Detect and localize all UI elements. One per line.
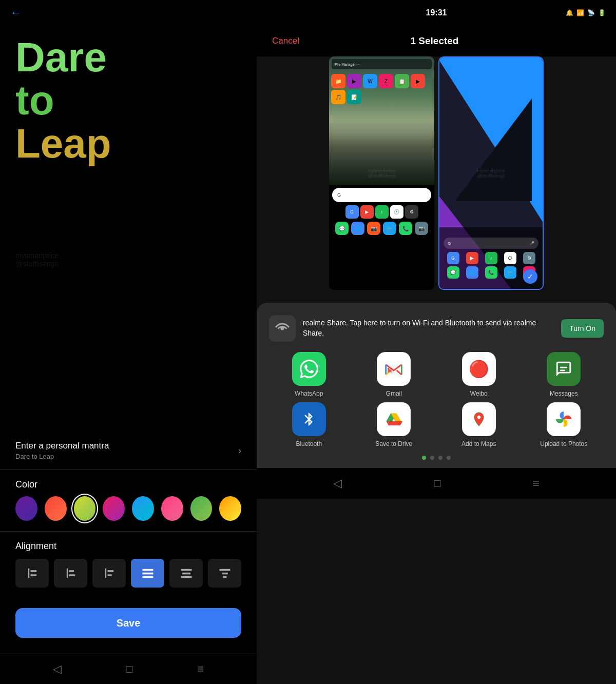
svg-rect-12 — [181, 569, 191, 571]
svg-rect-0 — [28, 569, 29, 578]
geo-background: G 🎤 G ▶ ♪ ⏱ ⚙ 💬 🌐 📞 — [439, 57, 543, 289]
align-btn-1[interactable] — [15, 559, 49, 588]
share-gmail[interactable]: M Gmail — [354, 352, 434, 397]
svg-rect-20 — [560, 367, 567, 368]
battery-icon: 🔋 — [598, 9, 606, 16]
weibo-label: Weibo — [470, 390, 488, 397]
color-row — [0, 496, 257, 532]
screenshot-2[interactable]: G 🎤 G ▶ ♪ ⏱ ⚙ 💬 🌐 📞 — [438, 56, 544, 290]
color-blue-cyan[interactable] — [132, 496, 154, 521]
watermark-left: mysmartprice @stufflistings — [15, 251, 59, 268]
left-nav-bar: ◁ □ ≡ — [0, 653, 257, 684]
realme-share-icon — [269, 315, 296, 342]
share-messages[interactable]: Messages — [524, 352, 604, 397]
svg-rect-4 — [69, 570, 73, 572]
svg-rect-14 — [181, 576, 191, 578]
bell-icon: 🔔 — [566, 9, 573, 16]
svg-rect-6 — [105, 569, 106, 578]
realme-share-text: realme Share. Tap here to turn on Wi-Fi … — [303, 318, 554, 338]
svg-rect-13 — [182, 573, 190, 575]
share-weibo[interactable]: 🔴 Weibo — [439, 352, 519, 397]
dot-1 — [422, 456, 426, 460]
nav-back-icon[interactable]: ◁ — [53, 662, 62, 676]
weibo-icon: 🔴 — [462, 352, 496, 386]
share-drive[interactable]: Save to Drive — [354, 402, 434, 447]
share-photos[interactable]: Upload to Photos — [524, 402, 604, 447]
share-sheet: realme Share. Tap here to turn on Wi-Fi … — [257, 303, 616, 468]
city-background: File Manager ··· 📁 ▶ W Z 📋 ▶ 🎵 📝 — [329, 56, 434, 185]
wifi-icon: 📶 — [576, 9, 584, 16]
messages-label: Messages — [550, 390, 578, 397]
color-orange[interactable] — [219, 496, 241, 521]
right-nav-menu-icon[interactable]: ≡ — [533, 477, 540, 490]
save-button[interactable]: Save — [15, 608, 241, 638]
color-hot-pink[interactable] — [161, 496, 183, 521]
dare-to-leap-heading: Dare to Leap — [0, 26, 257, 432]
align-btn-4[interactable] — [131, 559, 164, 588]
screenshot-1[interactable]: File Manager ··· 📁 ▶ W Z 📋 ▶ 🎵 📝 — [329, 56, 434, 290]
svg-rect-16 — [222, 573, 228, 575]
leap-word: Leap — [15, 122, 241, 165]
left-panel: ← Dare to Leap mysmartprice @stufflistin… — [0, 0, 257, 684]
share-bluetooth[interactable]: Bluetooth — [269, 402, 349, 447]
mantra-row[interactable]: Enter a personal mantra Dare to Leap › — [0, 432, 257, 470]
color-yellow-green[interactable] — [74, 496, 96, 521]
share-maps[interactable]: Add to Maps — [439, 402, 519, 447]
nav-menu-icon[interactable]: ≡ — [197, 662, 204, 676]
svg-rect-5 — [69, 574, 75, 576]
messages-icon — [547, 352, 581, 386]
pagination-dots — [269, 456, 604, 460]
dot-3 — [438, 456, 442, 460]
save-button-container: Save — [0, 598, 257, 653]
alignment-section: Alignment — [0, 532, 257, 598]
photos-icon — [547, 402, 581, 436]
apps-bottom: G G ▶ ♪ 🕐 ⚙ 💬 🌐 📷 🐦 📞 — [329, 185, 434, 290]
drive-icon — [377, 402, 411, 436]
dot-2 — [430, 456, 434, 460]
svg-text:M: M — [388, 367, 393, 374]
color-pink-purple[interactable] — [103, 496, 125, 521]
drive-label: Save to Drive — [375, 440, 412, 447]
alignment-label: Alignment — [15, 541, 241, 552]
dot-4 — [447, 456, 451, 460]
realme-share-row: realme Share. Tap here to turn on Wi-Fi … — [269, 315, 604, 342]
cancel-button[interactable]: Cancel — [272, 36, 299, 46]
svg-rect-1 — [30, 570, 36, 572]
color-red-orange[interactable] — [45, 496, 67, 521]
signal-icon: 📡 — [587, 9, 595, 16]
alignment-buttons — [15, 559, 241, 588]
whatsapp-label: WhatsApp — [295, 390, 323, 397]
dare-word: Dare — [15, 36, 241, 79]
align-btn-3[interactable] — [92, 559, 126, 588]
left-status-bar: ← — [0, 0, 257, 26]
color-section-label: Color — [0, 470, 257, 496]
turn-on-button[interactable]: Turn On — [561, 319, 604, 338]
svg-rect-2 — [30, 574, 36, 576]
right-nav-bar: ◁ □ ≡ — [257, 468, 616, 499]
share-whatsapp[interactable]: WhatsApp — [269, 352, 349, 397]
mantra-value: Dare to Leap — [15, 453, 109, 460]
align-btn-5[interactable] — [169, 559, 203, 588]
align-btn-2[interactable] — [54, 559, 87, 588]
selected-count: 1 Selected — [410, 35, 458, 47]
right-nav-back-icon[interactable]: ◁ — [333, 477, 342, 490]
svg-rect-21 — [560, 369, 565, 371]
status-icons: 🔔 📶 📡 🔋 — [566, 9, 606, 16]
screenshots-area: File Manager ··· 📁 ▶ W Z 📋 ▶ 🎵 📝 — [257, 56, 616, 303]
svg-rect-17 — [223, 576, 226, 578]
color-green[interactable] — [190, 496, 213, 521]
selection-check: ✓ — [523, 269, 537, 284]
svg-rect-9 — [142, 569, 153, 571]
right-status-bar: 19:31 🔔 📶 📡 🔋 — [257, 0, 616, 26]
right-nav-home-icon[interactable]: □ — [434, 477, 440, 490]
svg-rect-10 — [142, 573, 153, 575]
photos-label: Upload to Photos — [540, 440, 587, 447]
mantra-label: Enter a personal mantra — [15, 441, 109, 451]
maps-icon — [462, 402, 496, 436]
svg-rect-7 — [107, 570, 113, 572]
color-purple[interactable] — [15, 496, 37, 521]
align-btn-6[interactable] — [208, 559, 241, 588]
chevron-right-icon: › — [238, 445, 241, 456]
back-button[interactable]: ← — [10, 6, 22, 19]
nav-home-icon[interactable]: □ — [126, 662, 132, 676]
